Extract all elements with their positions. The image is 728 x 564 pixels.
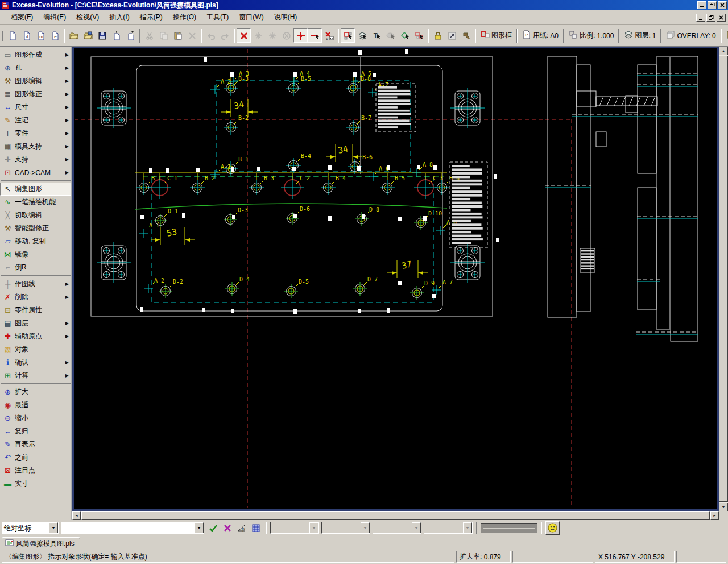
sidebar-item-part-attribute[interactable]: ⊟零件属性 xyxy=(0,304,71,317)
sidebar-item-trim-edit[interactable]: ╳切取编辑 xyxy=(0,209,71,222)
select-diamond-button[interactable] xyxy=(398,28,412,43)
sidebar-item-mirror[interactable]: ⋈镜像 xyxy=(0,248,71,261)
select-rect-button[interactable] xyxy=(341,28,355,43)
sidebar-item-erase[interactable]: ✗削除▶ xyxy=(0,291,71,304)
overlay-indicator[interactable]: OVERLAY:0 xyxy=(666,30,715,41)
pick-line-button[interactable] xyxy=(308,28,322,43)
sidebar-item-focus-point[interactable]: ⊠注目点 xyxy=(0,464,71,477)
sidebar-item-annotation[interactable]: ✎注记▶ xyxy=(0,114,71,127)
menu-edit[interactable]: 编辑(E) xyxy=(38,10,71,24)
layer-indicator[interactable]: 图层:1 xyxy=(624,30,656,41)
sidebar-item-layer[interactable]: ▤图层▶ xyxy=(0,317,71,330)
sidebar-item-fit[interactable]: ◉最适 xyxy=(0,399,71,412)
coordinate-input[interactable]: ▼ xyxy=(61,522,204,534)
scroll-left-icon[interactable]: ◄ xyxy=(72,511,81,520)
sidebar-item-mold-support[interactable]: ▦模具支持▶ xyxy=(0,140,71,153)
sidebar-item-hole[interactable]: ⊕孔▶ xyxy=(0,61,71,74)
save-button[interactable] xyxy=(95,28,109,43)
import-button[interactable] xyxy=(109,28,123,43)
confirm-button[interactable] xyxy=(206,521,220,534)
cancel-button[interactable] xyxy=(221,521,234,534)
scale-indicator[interactable]: 比例:1.000 xyxy=(569,30,614,41)
menu-operate[interactable]: 操作(O) xyxy=(168,10,201,24)
lock-button[interactable] xyxy=(431,28,445,43)
menu-help[interactable]: 说明(H) xyxy=(269,10,303,24)
cancel-command-button[interactable] xyxy=(237,28,251,43)
window-select-button[interactable] xyxy=(445,28,459,43)
scroll-right-icon[interactable]: ► xyxy=(710,511,719,520)
horizontal-scrollbar[interactable]: ◄ ► xyxy=(72,511,719,520)
mdi-minimize-button[interactable] xyxy=(696,14,705,22)
edit-tool-button[interactable] xyxy=(459,28,473,43)
sidebar-item-shape-edit[interactable]: ⚒图形编辑▶ xyxy=(0,74,71,88)
open-image-button[interactable] xyxy=(81,28,95,43)
crosshair-snap-button[interactable] xyxy=(293,28,308,43)
toolbar-grip[interactable] xyxy=(2,31,3,41)
vertical-scrollbar[interactable]: ▲ ▼ xyxy=(719,47,728,511)
menu-file[interactable]: 档案(F) xyxy=(6,10,38,24)
paste-button[interactable] xyxy=(171,28,185,43)
buffer-indicator[interactable]: 缓冲 xyxy=(726,30,728,41)
new-file-m-button[interactable]: m xyxy=(34,28,48,43)
sidebar-item-zoom-in[interactable]: ⊕扩大 xyxy=(0,385,71,399)
horizontal-scroll-thumb[interactable] xyxy=(81,511,710,520)
menu-indicate[interactable]: 指示(P) xyxy=(135,10,168,24)
paper-indicator[interactable]: P用纸:A0 xyxy=(522,30,559,41)
toolbar-grip[interactable] xyxy=(2,13,3,23)
sidebar-item-construction-line[interactable]: ┼作图线▶ xyxy=(0,277,71,291)
sidebar-item-aux-origin[interactable]: ✚辅助原点▶ xyxy=(0,330,71,343)
frame-indicator[interactable]: 图形框 xyxy=(481,30,512,41)
drawing-canvas[interactable]: B-3B-5B-8B-2B-7B-1B-4B-6A-2A-3A-4A-5A-7A… xyxy=(72,47,719,511)
menu-tools[interactable]: 工具(T) xyxy=(201,10,234,24)
sidebar-item-object[interactable]: ▧对象 xyxy=(0,343,71,356)
new-file-e-button[interactable]: e xyxy=(48,28,62,43)
sidebar-item-part[interactable]: T零件▶ xyxy=(0,127,71,140)
open-file-button[interactable] xyxy=(67,28,81,43)
pick-count-button[interactable]: 1 xyxy=(322,28,336,43)
sidebar-item-fillet-r[interactable]: ⌐倒R xyxy=(0,261,71,274)
restore-button[interactable] xyxy=(708,1,717,9)
select-layer-button[interactable] xyxy=(355,28,369,43)
value-slider[interactable] xyxy=(481,523,537,533)
chevron-down-icon[interactable]: ▼ xyxy=(195,522,204,533)
scroll-up-icon[interactable]: ▲ xyxy=(719,47,728,55)
sidebar-item-support[interactable]: ✚支持▶ xyxy=(0,153,71,166)
sidebar-item-move-copy[interactable]: ▱移动, 复制 xyxy=(0,235,71,248)
menu-window[interactable]: 窗口(W) xyxy=(234,10,268,24)
sidebar-item-edit-shape[interactable]: ↖编集图形 xyxy=(0,183,71,196)
document-tab[interactable]: 风筒强擦模具图.pls xyxy=(2,537,80,550)
select-squares-button[interactable] xyxy=(412,28,426,43)
sidebar-item-restore-view[interactable]: ←复归 xyxy=(0,425,71,438)
sidebar-item-smart-modify[interactable]: ⚒智能型修正 xyxy=(0,222,71,235)
sidebar-item-shape-create[interactable]: ▭图形作成▶ xyxy=(0,48,71,61)
sidebar-item-confirm[interactable]: ℹ确认▶ xyxy=(0,356,71,369)
coordinate-input-value[interactable] xyxy=(61,522,195,533)
coordinate-mode-select[interactable]: 绝对坐标 ▼ xyxy=(2,522,59,534)
minimize-button[interactable] xyxy=(697,1,706,9)
grid-input-button[interactable] xyxy=(249,521,262,534)
angle-input-button[interactable]: φ xyxy=(235,521,248,534)
export-button[interactable] xyxy=(123,28,138,43)
sidebar-item-calculate[interactable]: ⊞计算▶ xyxy=(0,369,71,382)
vertical-scroll-thumb[interactable] xyxy=(719,56,728,502)
mdi-close-button[interactable] xyxy=(717,14,726,22)
menu-insert[interactable]: 插入(I) xyxy=(104,10,134,24)
sidebar-item-shape-modify[interactable]: ≣图形修正▶ xyxy=(0,88,71,101)
chevron-down-icon[interactable]: ▼ xyxy=(49,522,58,533)
sidebar-item-dimension[interactable]: ↔尺寸▶ xyxy=(0,101,71,114)
sidebar-item-cad-cam[interactable]: ⊡CAD->CAM▶ xyxy=(0,166,71,179)
title-bar[interactable]: Excess-Evolution - [C:\CE\Excess-Evoluti… xyxy=(0,0,728,10)
new-file-button[interactable] xyxy=(5,28,19,43)
new-file-d-button[interactable]: d xyxy=(19,28,34,43)
smiley-button[interactable] xyxy=(545,521,560,535)
sidebar-item-freehand[interactable]: ∿一笔描绘机能 xyxy=(0,196,71,209)
select-part-button[interactable]: T xyxy=(369,28,383,43)
scroll-down-icon[interactable]: ▼ xyxy=(719,503,728,511)
sidebar-item-zoom-out[interactable]: ⊖缩小 xyxy=(0,412,71,425)
sidebar-item-redraw[interactable]: ✎再表示 xyxy=(0,438,71,451)
mdi-restore-button[interactable] xyxy=(706,14,715,22)
menu-view[interactable]: 检视(V) xyxy=(71,10,104,24)
sidebar-item-actual-size[interactable]: ▬实寸 xyxy=(0,477,71,490)
sidebar-item-previous-view[interactable]: ↶之前 xyxy=(0,451,71,464)
close-button[interactable] xyxy=(718,1,727,9)
